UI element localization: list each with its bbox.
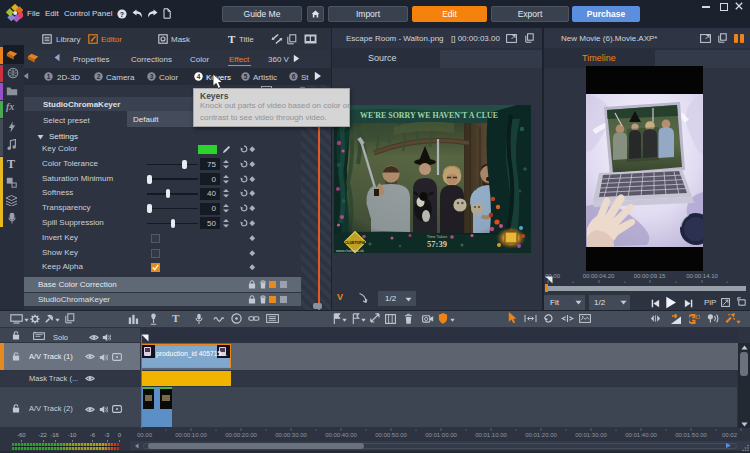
svg-text:57:39: 57:39 xyxy=(427,239,447,249)
svg-text:WE'RE SORRY WE HAVEN'T A CLUE: WE'RE SORRY WE HAVEN'T A CLUE xyxy=(360,111,498,120)
svg-text:2: 2 xyxy=(97,73,101,80)
svg-text:www.cluetopia.uk: www.cluetopia.uk xyxy=(336,249,364,253)
svg-text:CLUETOPIA: CLUETOPIA xyxy=(345,241,366,245)
svg-text:5: 5 xyxy=(244,73,248,80)
svg-text:1: 1 xyxy=(47,73,51,80)
svg-text:3: 3 xyxy=(150,73,154,80)
svg-text:?: ? xyxy=(120,11,124,18)
svg-text:6: 6 xyxy=(292,73,296,80)
svg-text:4: 4 xyxy=(197,73,201,80)
